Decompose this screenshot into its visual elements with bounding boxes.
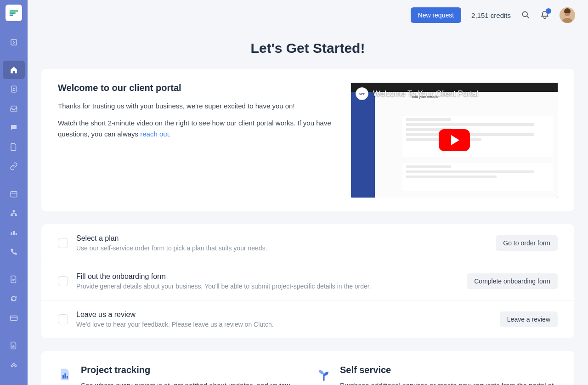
- nav-partners[interactable]: [3, 356, 25, 374]
- nav-contacts[interactable]: [3, 80, 25, 98]
- nav-reports[interactable]: [3, 336, 25, 355]
- nav-inbox[interactable]: [3, 99, 25, 118]
- feature-desc: See where every project is at, get notif…: [81, 380, 299, 385]
- task-checkbox[interactable]: [58, 314, 68, 324]
- svg-rect-7: [13, 210, 15, 212]
- nav-workflow[interactable]: [3, 204, 25, 222]
- nav-sync[interactable]: [3, 289, 25, 308]
- svg-rect-6: [11, 192, 17, 197]
- task-row: Select a plan Use our self-service order…: [41, 224, 574, 262]
- nav-team[interactable]: [3, 223, 25, 242]
- svg-rect-9: [15, 214, 17, 216]
- svg-rect-2: [10, 15, 13, 16]
- nav-billing[interactable]: [3, 309, 25, 327]
- notifications-button[interactable]: [540, 10, 549, 21]
- feature-title: Self service: [340, 365, 558, 375]
- onboarding-form-button[interactable]: Complete onboarding form: [467, 273, 558, 289]
- welcome-video[interactable]: Edit your details: [351, 83, 558, 198]
- reach-out-link[interactable]: reach out: [140, 130, 169, 138]
- nav-calendar[interactable]: [3, 185, 25, 203]
- svg-rect-16: [15, 346, 16, 347]
- user-avatar[interactable]: [560, 7, 575, 23]
- feature-project-tracking: Project tracking See where every project…: [58, 365, 299, 385]
- play-icon: [439, 129, 470, 151]
- sidebar: [0, 0, 28, 385]
- order-form-button[interactable]: Go to order form: [496, 235, 558, 251]
- credits-count: 2,151 credits: [471, 11, 511, 19]
- search-icon: [521, 10, 530, 21]
- nav-home[interactable]: [3, 61, 25, 79]
- svg-rect-10: [11, 232, 12, 235]
- nav-files[interactable]: [3, 138, 25, 156]
- task-desc: Provide general details about your busin…: [76, 283, 458, 290]
- feature-desc: Purchase additional services or create n…: [340, 380, 558, 385]
- page-title: Let's Get Started!: [41, 40, 574, 56]
- app-logo[interactable]: [6, 5, 22, 21]
- svg-rect-1: [10, 12, 16, 14]
- svg-rect-15: [13, 345, 14, 347]
- nav-chat[interactable]: [3, 119, 25, 137]
- task-row: Fill out the onboarding form Provide gen…: [41, 262, 574, 300]
- welcome-paragraph-2: Watch the short 2-minute video on the ri…: [58, 118, 337, 139]
- task-checkbox[interactable]: [58, 276, 68, 286]
- task-row: Leave us a review We'd love to hear your…: [41, 300, 574, 338]
- task-title: Fill out the onboarding form: [76, 272, 458, 281]
- svg-rect-13: [11, 316, 17, 321]
- features-card: Project tracking See where every project…: [41, 351, 574, 385]
- topbar: New request 2,151 credits: [28, 0, 588, 30]
- welcome-card: Welcome to our client portal Thanks for …: [41, 69, 574, 211]
- svg-rect-3: [11, 40, 17, 45]
- svg-rect-22: [67, 376, 68, 379]
- task-title: Leave us a review: [76, 311, 492, 319]
- svg-point-17: [522, 11, 527, 17]
- welcome-heading: Welcome to our client portal: [58, 83, 337, 93]
- task-desc: Use our self-service order form to pick …: [76, 244, 487, 252]
- task-desc: We'd love to hear your feedback. Please …: [76, 321, 492, 328]
- document-chart-icon: [58, 368, 72, 381]
- leave-review-button[interactable]: Leave a review: [500, 311, 558, 327]
- video-channel-chip: SPP: [356, 87, 368, 100]
- notification-dot: [546, 8, 551, 14]
- svg-rect-8: [11, 214, 13, 216]
- nav-invoices[interactable]: [3, 270, 25, 289]
- feature-title: Project tracking: [81, 365, 299, 375]
- sprout-icon: [317, 368, 331, 381]
- svg-rect-20: [62, 375, 64, 379]
- svg-rect-0: [10, 11, 18, 12]
- svg-rect-14: [12, 346, 13, 348]
- nav-phone[interactable]: [3, 243, 25, 261]
- welcome-paragraph-1: Thanks for trusting us with your busines…: [58, 101, 337, 111]
- svg-rect-21: [64, 374, 66, 379]
- new-request-button[interactable]: New request: [411, 7, 462, 23]
- svg-rect-11: [13, 231, 15, 235]
- task-list: Select a plan Use our self-service order…: [41, 224, 574, 338]
- svg-rect-12: [16, 233, 17, 236]
- feature-self-service: Self service Purchase additional service…: [317, 365, 558, 385]
- svg-point-5: [13, 88, 15, 90]
- search-button[interactable]: [521, 10, 530, 21]
- nav-collapse[interactable]: [3, 33, 25, 51]
- nav-links[interactable]: [3, 157, 25, 176]
- video-title: Welcome To Your Client Portal: [373, 89, 478, 98]
- task-title: Select a plan: [76, 234, 487, 243]
- task-checkbox[interactable]: [58, 238, 68, 248]
